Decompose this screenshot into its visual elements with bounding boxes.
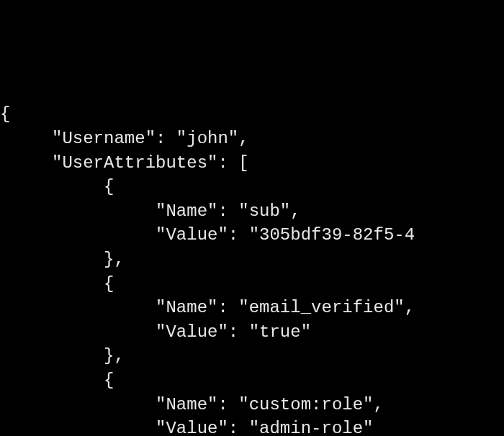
code-line: "Username": "john", bbox=[0, 129, 249, 148]
code-line: "UserAttributes": [ bbox=[0, 153, 249, 173]
code-line: { bbox=[0, 371, 114, 390]
code-line: "Value": "305bdf39-82f5-4 bbox=[0, 225, 415, 245]
code-line: "Value": "admin-role" bbox=[0, 419, 373, 436]
code-line: { bbox=[0, 274, 114, 294]
code-line: "Name": "custom:role", bbox=[0, 395, 384, 414]
code-line: "Name": "sub", bbox=[0, 201, 301, 221]
code-line: }, bbox=[0, 346, 125, 365]
code-line: { bbox=[0, 104, 10, 124]
code-line: "Name": "email_verified", bbox=[0, 298, 415, 317]
code-line: }, bbox=[0, 250, 125, 269]
json-code-block: { "Username": "john", "UserAttributes": … bbox=[0, 102, 504, 436]
code-line: { bbox=[0, 177, 114, 196]
code-line: "Value": "true" bbox=[0, 322, 311, 342]
